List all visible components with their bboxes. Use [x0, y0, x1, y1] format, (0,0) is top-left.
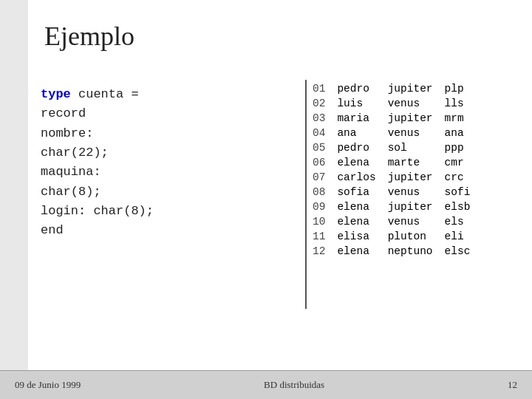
code-line-1: type cuenta = [41, 85, 154, 104]
cell-nombre: elena [331, 244, 381, 259]
cell-login: elsb [439, 200, 477, 214]
cell-login: sofi [439, 185, 477, 200]
data-table: 01pedrojupiterplp02luisvenuslls03mariaju… [307, 81, 476, 259]
cell-nombre: pedro [331, 140, 381, 155]
cell-login: ana [439, 126, 477, 140]
keyword-type: type [41, 87, 71, 101]
cell-num: 06 [307, 155, 331, 170]
cell-nombre: luis [331, 96, 381, 111]
code-line-6: char(8); [41, 183, 154, 202]
footer-date: 09 de Junio 1999 [15, 379, 81, 391]
code-line-3: nombre: [41, 124, 154, 143]
table-row: 10elenavenusels [307, 214, 476, 229]
table-row: 09elenajupiterelsb [307, 200, 476, 214]
data-table-container: 01pedrojupiterplp02luisvenuslls03mariaju… [307, 81, 517, 259]
left-accent-bar [0, 0, 28, 399]
cell-login: ppp [439, 140, 477, 155]
cell-nombre: elena [331, 200, 381, 214]
slide-title: Ejemplo [44, 21, 134, 52]
cell-login: els [439, 214, 477, 229]
cell-nombre: elena [331, 214, 381, 229]
cell-maquina: venus [382, 126, 439, 140]
table-row: 03mariajupitermrm [307, 111, 476, 126]
table-row: 07carlosjupitercrc [307, 170, 476, 185]
code-block: type cuenta = record nombre: char(22); m… [41, 85, 154, 241]
cell-nombre: carlos [331, 170, 381, 185]
cell-nombre: maria [331, 111, 381, 126]
cell-maquina: jupiter [382, 170, 439, 185]
code-line-2: record [41, 104, 154, 123]
cell-maquina: marte [382, 155, 439, 170]
cell-login: elsc [439, 244, 477, 259]
cell-login: mrm [439, 111, 477, 126]
table-row: 11elisaplutoneli [307, 229, 476, 244]
cell-num: 07 [307, 170, 331, 185]
table-row: 08sofiavenussofi [307, 185, 476, 200]
cell-num: 04 [307, 126, 331, 140]
cell-login: plp [439, 81, 477, 96]
table-row: 05pedrosolppp [307, 140, 476, 155]
footer-page-number: 12 [508, 379, 517, 391]
cell-num: 09 [307, 200, 331, 214]
cell-nombre: elena [331, 155, 381, 170]
cell-maquina: sol [382, 140, 439, 155]
cell-maquina: jupiter [382, 81, 439, 96]
cell-maquina: pluton [382, 229, 439, 244]
table-row: 12elenaneptunoelsc [307, 244, 476, 259]
slide: Ejemplo type cuenta = record nombre: cha… [0, 0, 532, 399]
cell-login: cmr [439, 155, 477, 170]
cell-login: lls [439, 96, 477, 111]
table-row: 02luisvenuslls [307, 96, 476, 111]
cell-nombre: elisa [331, 229, 381, 244]
cell-num: 03 [307, 111, 331, 126]
table-row: 04anavenusana [307, 126, 476, 140]
cell-login: eli [439, 229, 477, 244]
cell-nombre: sofia [331, 185, 381, 200]
cell-maquina: neptuno [382, 244, 439, 259]
code-line-8: end [41, 221, 154, 240]
cell-maquina: venus [382, 185, 439, 200]
cell-maquina: venus [382, 96, 439, 111]
cell-num: 05 [307, 140, 331, 155]
cell-maquina: venus [382, 214, 439, 229]
cell-num: 11 [307, 229, 331, 244]
cell-nombre: ana [331, 126, 381, 140]
code-line-5: maquina: [41, 163, 154, 182]
cell-num: 10 [307, 214, 331, 229]
cell-maquina: jupiter [382, 200, 439, 214]
table-row: 06elenamartecmr [307, 155, 476, 170]
cell-login: crc [439, 170, 477, 185]
cell-num: 02 [307, 96, 331, 111]
code-line-7: login: char(8); [41, 202, 154, 221]
cell-num: 01 [307, 81, 331, 96]
cell-num: 12 [307, 244, 331, 259]
code-line-4: char(22); [41, 143, 154, 163]
cell-maquina: jupiter [382, 111, 439, 126]
footer-bar: 09 de Junio 1999 BD distribuidas 12 [0, 371, 532, 399]
cell-num: 08 [307, 185, 331, 200]
code-cuenta: cuenta = [71, 87, 139, 101]
footer-subtitle: BD distribuidas [264, 379, 324, 391]
cell-nombre: pedro [331, 81, 381, 96]
table-row: 01pedrojupiterplp [307, 81, 476, 96]
